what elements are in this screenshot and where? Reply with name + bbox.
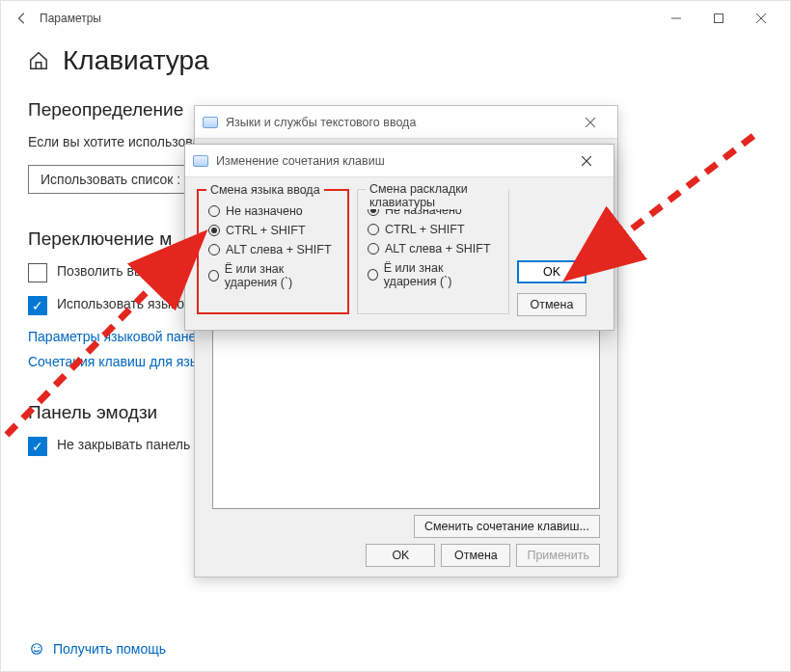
radio-lang-altshift[interactable]	[208, 244, 220, 255]
checkbox-use-langbar[interactable]	[28, 296, 47, 315]
keyboard-icon	[193, 155, 208, 167]
group-input-language: Смена языка ввода Не назначено CTRL + SH…	[197, 189, 349, 314]
help-icon	[28, 640, 45, 658]
dialog2-cancel-button[interactable]: Отмена	[517, 293, 586, 316]
dialog2-title: Изменение сочетания клавиш	[216, 154, 385, 168]
radio-layout-altshift-label: ALT слева + SHIFT	[385, 242, 491, 255]
radio-lang-altshift-label: ALT слева + SHIFT	[226, 243, 332, 256]
radio-lang-ctrlshift[interactable]	[208, 225, 220, 236]
radio-lang-grave-label: Ё или знак ударения (`)	[225, 262, 338, 289]
change-key-seq-button[interactable]: Сменить сочетание клавиш...	[414, 515, 600, 538]
maximize-button[interactable]	[697, 4, 740, 33]
dialog1-ok-button[interactable]: OK	[366, 544, 435, 567]
dialog2-close-button[interactable]	[567, 148, 606, 174]
radio-layout-altshift[interactable]	[368, 243, 379, 255]
group-keyboard-layout: Смена раскладки клавиатуры Не назначено …	[357, 189, 509, 314]
keyboard-icon	[203, 117, 218, 128]
dialog1-apply-button[interactable]: Применить	[516, 544, 600, 567]
back-button[interactable]	[9, 5, 36, 32]
window-title: Параметры	[36, 12, 101, 25]
dialog-change-hotkey: Изменение сочетания клавиш Смена языка в…	[184, 144, 614, 331]
svg-point-2	[34, 647, 36, 649]
dialog1-cancel-button[interactable]: Отмена	[441, 544, 510, 567]
minimize-button[interactable]	[655, 4, 697, 33]
radio-layout-ctrlshift-label: CTRL + SHIFT	[385, 223, 465, 236]
radio-lang-none-label: Не назначено	[226, 204, 303, 218]
dialog1-close-button[interactable]	[571, 110, 610, 135]
dialog2-ok-button[interactable]: OK	[517, 260, 586, 283]
radio-lang-none[interactable]	[208, 205, 220, 217]
override-dropdown[interactable]: Использовать список :	[28, 165, 193, 194]
group-input-language-title: Смена языка ввода	[206, 183, 324, 197]
home-icon	[28, 50, 49, 71]
close-button[interactable]	[740, 4, 782, 33]
checkbox-allow-perapp[interactable]	[28, 263, 47, 282]
group-keyboard-layout-title: Смена раскладки клавиатуры	[366, 182, 508, 209]
svg-point-1	[32, 644, 42, 655]
radio-lang-grave[interactable]	[208, 270, 219, 282]
page-title: Клавиатура	[63, 45, 209, 76]
link-get-help[interactable]: Получить помощь	[53, 641, 166, 657]
radio-layout-ctrlshift[interactable]	[368, 224, 379, 235]
radio-layout-grave[interactable]	[368, 269, 378, 281]
dialog1-title: Языки и службы текстового ввода	[226, 116, 416, 129]
radio-lang-ctrlshift-label: CTRL + SHIFT	[226, 224, 306, 237]
checkbox-emoji-keep[interactable]	[28, 437, 47, 456]
svg-rect-0	[715, 14, 723, 23]
radio-layout-grave-label: Ё или знак ударения (`)	[384, 261, 499, 288]
svg-point-3	[39, 647, 41, 649]
